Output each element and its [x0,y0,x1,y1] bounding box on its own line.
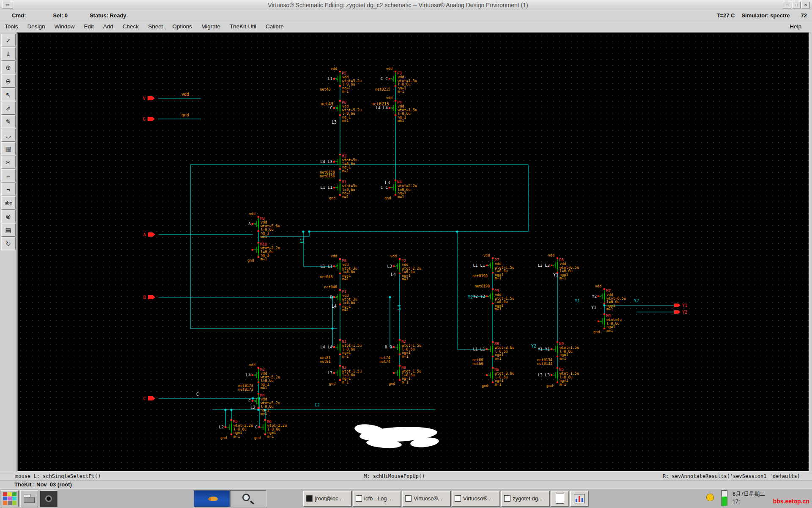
menu-tools[interactable]: Tools [0,22,23,31]
pin-c[interactable]: C [143,396,155,401]
transistor-N2[interactable]: N2wtot=1.5ul=0.6ung=1m=1B Bnet74net74 [379,339,421,364]
transistor-N8[interactable]: N8wtot=3.6ul=0.6ung=1m=1L1 L1net60net60 [472,341,514,366]
menu-migrate[interactable]: Migrate [197,22,225,31]
task-button-0[interactable]: [root@loc... [303,491,352,507]
pin-g[interactable]: G [143,116,155,122]
tap-button[interactable]: ✂ [1,156,16,169]
camera-button[interactable] [40,490,58,507]
terminal-square [492,341,494,343]
blank-window-button[interactable] [551,491,569,507]
transistor-M1[interactable]: M1wtot=5ul=0.6ung=1m=1L1 L1gnd [320,179,357,200]
transistor-N5[interactable]: N5wtot=1.5ul=0.6ung=1m=1L3 L3gnd [538,367,579,388]
pin-b[interactable]: B [143,295,155,300]
main-menu-icon [8,497,12,500]
menu-help[interactable]: Help [785,22,806,31]
transistor-M4[interactable]: M4vddwtot=5.2ul=0.6ung=1m=1C [248,393,280,416]
menu-options[interactable]: Options [167,22,197,31]
transistor-N6[interactable]: N6wtot=3.8ul=0.6ung=1m=1gnd [482,367,514,388]
task-button-3[interactable]: Virtuoso®... [452,491,500,507]
wire-button[interactable]: ✎ [1,115,16,128]
save-button[interactable]: ⇓ [1,47,16,61]
label-button[interactable]: abc [1,196,16,210]
main-menu-icon [3,501,7,505]
redraw-button[interactable]: ↻ [1,237,16,250]
menu-edit[interactable]: Edit [80,22,99,31]
window-titlebar[interactable]: ▭ Virtuoso® Schematic Editing: zygotet d… [0,0,812,10]
transistor-P7[interactable]: P7vddwtot=1.5ul=0.6ung=1m=1L1 L1vddnet01… [472,253,514,280]
transistor-P8[interactable]: P8vddwtot=6.5ul=0.6ung=1m=1L3 L3vdd [538,253,579,280]
gate-net-label: L1 L1 [473,263,485,268]
device-top-label: vdd [548,253,554,257]
arc-button[interactable]: ◡ [1,129,16,142]
transistor-M9[interactable]: M9wtot=4ul=0.6ung=1m=1gnd [593,313,622,334]
window-menu-button[interactable]: ▭ [2,2,13,8]
menu-sheet[interactable]: Sheet [143,22,167,31]
system-monitor-gauge[interactable] [721,490,727,506]
transistor-M5[interactable]: M5wtot=2.2ul=0.6ung=1m=1L2gnd [219,419,253,440]
select-button[interactable]: ↖ [1,88,16,101]
area-select-button[interactable]: ▦ [1,142,16,155]
pmos-bubble-icon [255,400,256,402]
pin-y2[interactable]: Y2 [674,310,687,315]
transistor-P5[interactable]: P5vddwtot=5.2ul=0.6ung=1m=1L1vddnet43 [320,66,362,94]
close-button[interactable]: ✕ [801,2,810,8]
task-button-2[interactable]: Virtuoso®... [402,491,451,507]
menu-design[interactable]: Design [23,22,50,31]
printer-icon [24,497,35,503]
copy-button[interactable]: ⇗ [1,102,16,115]
minimize-button[interactable]: ─ [783,2,791,8]
pin-arrow-icon [148,96,155,100]
transistor-M0[interactable]: M0vddwtot=5.6ul=0.6ung=1m=1Avdd [248,212,280,239]
plot-window-button[interactable] [570,491,589,507]
delete-button[interactable]: ⊗ [1,210,16,223]
transistor-M7[interactable]: M7vddwtot=6.5ul=0.6ung=1m=1Y2vdd [592,284,626,311]
pin-y1[interactable]: Y1 [674,303,687,308]
transistor-M10[interactable]: M10wtot=2.2ul=0.6ung=1m=1gnd [247,242,280,262]
menu-add[interactable]: Add [99,22,118,31]
terminal-square [557,257,558,259]
pin-a[interactable]: A [143,232,155,237]
transistor-P1[interactable]: P1vddwtot=3ul=0.6ung=1m=1Bnet046 [324,285,357,312]
bell-icon[interactable] [706,494,714,501]
terminal-square [333,346,335,348]
task-button-1[interactable]: icfb - Log ... [353,491,401,507]
transistor-M3[interactable]: M3wtot=5ul=0.6ung=1m=1L4 L3net0150net015… [320,154,357,178]
pmos-bubble-icon [489,265,491,266]
menu-check[interactable]: Check [118,22,143,31]
transistor-P3[interactable]: P3vddwtot=1.5ul=0.6ung=1m=1C Cvddnet0215 [375,66,417,94]
menu-calibre[interactable]: Calibre [261,22,288,31]
window-title: Virtuoso® Schematic Editing: zygotet dg_… [13,2,783,8]
pin-arrow-icon [148,396,155,400]
transistor-P2[interactable]: P2vddwtot=2.2ul=0.6ung=1m=1L3vdd [387,254,422,281]
route-up-button[interactable]: ⌐ [1,169,16,182]
route-down-button[interactable]: ¬ [1,183,16,196]
zoom-out-button[interactable]: ⊖ [1,75,16,88]
property-button[interactable]: ▤ [1,224,16,237]
device-bottom-label: net0190 [472,274,488,278]
magnifier-applet[interactable] [230,490,266,507]
terminal-square [598,295,599,297]
transistor-N3[interactable]: N3wtot=1.5ul=0.6ung=1m=1L3gnd [328,365,362,386]
menu-thekit-util[interactable]: TheKit-Util [225,22,261,31]
schematic-svg: P5vddwtot=5.2ul=0.6ung=1m=1L1vddnet43P3v… [18,33,809,471]
zoom-in-button[interactable]: ⊕ [1,61,16,74]
mouse-middle-binding: M: schHiMousePopUp() [364,472,425,480]
printer-button[interactable] [20,490,38,507]
transistor-N9[interactable]: N9wtot=1.5ul=0.6ung=1m=1Y1 Y1net0134net0… [537,341,579,366]
transistor-P9[interactable]: P9vddwtot=1.5ul=0.6ung=1m=1Y2 Y2net0190 [473,284,514,311]
transistor-P4[interactable]: P4vddwtot=1.5ul=0.6ung=1m=1L4 L4vdd [376,96,417,123]
maximize-button[interactable]: □ [792,2,801,8]
transistor-P0[interactable]: P0vddwtot=3ul=0.6ung=1m=1L1 L1vddnet048 [320,254,357,281]
task-button-4[interactable]: zygotet dg... [501,491,550,507]
transistor-N0[interactable]: N0wtot=1.5ul=0.6ung=1m=1gnd [389,365,421,386]
schematic-canvas[interactable]: P5vddwtot=5.2ul=0.6ung=1m=1L1vddnet43P3v… [17,32,809,472]
fishtank-applet[interactable] [194,490,230,507]
check-save-button[interactable]: ✓ [1,34,16,47]
pin-v[interactable]: V [143,96,155,101]
menu-window[interactable]: Window [50,22,80,31]
transistor-M2[interactable]: M2vddwtot=5.2ul=0.6ung=1m=1L4vddnet0173n… [238,363,280,392]
transistor-N1[interactable]: N1wtot=1.5ul=0.6ung=1m=1L4 L4net81net81 [320,339,362,364]
device-top-label: vdd [249,363,255,367]
terminal-square [333,78,335,80]
main-menu-button[interactable] [1,490,19,507]
